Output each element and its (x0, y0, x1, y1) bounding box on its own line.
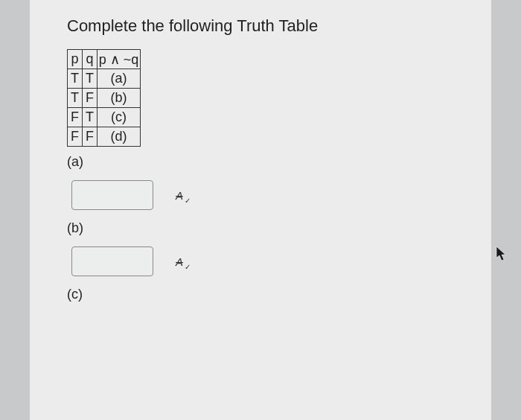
header-expr: p ∧ ~q (98, 50, 141, 69)
cell-q: F (83, 127, 98, 147)
answer-a-label: (a) (67, 154, 461, 170)
table-row: T F (b) (68, 89, 141, 108)
cell-q: F (83, 89, 98, 108)
cell-ans: (c) (98, 108, 141, 127)
answer-a-row: A ✓ (71, 180, 461, 210)
cell-q: T (83, 69, 98, 89)
table-row: F F (d) (68, 127, 141, 147)
format-check-icon[interactable]: A ✓ (171, 253, 188, 270)
table-row: F T (c) (68, 108, 141, 127)
cell-p: T (68, 69, 83, 89)
truth-table: p q p ∧ ~q T T (a) T F (b) F T (c) F F (… (67, 49, 141, 147)
cell-p: T (68, 89, 83, 108)
question-page: Complete the following Truth Table p q p… (30, 0, 491, 420)
format-check-icon[interactable]: A ✓ (171, 187, 188, 203)
cell-ans: (d) (98, 127, 141, 147)
cell-q: T (83, 108, 98, 127)
header-q: q (83, 50, 98, 69)
cell-ans: (a) (98, 69, 141, 89)
answer-b-label: (b) (67, 220, 461, 236)
cell-ans: (b) (98, 89, 141, 108)
table-header-row: p q p ∧ ~q (68, 50, 141, 69)
cursor-icon (496, 246, 508, 262)
answer-c-label: (c) (67, 287, 461, 302)
cell-p: F (68, 108, 83, 127)
answer-a-input[interactable] (71, 180, 153, 210)
table-row: T T (a) (68, 69, 141, 89)
answer-b-row: A ✓ (71, 246, 461, 276)
question-title: Complete the following Truth Table (67, 16, 461, 36)
answer-b-input[interactable] (71, 246, 153, 276)
header-p: p (68, 50, 83, 69)
cell-p: F (68, 127, 83, 147)
